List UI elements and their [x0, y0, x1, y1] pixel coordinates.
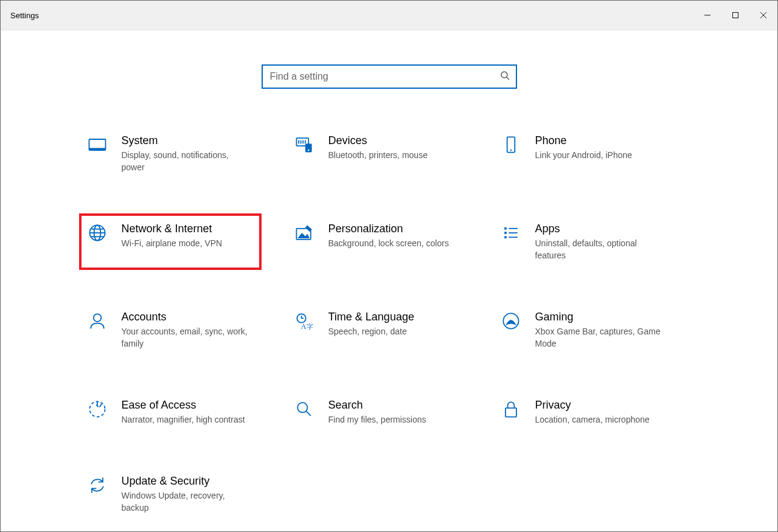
search-icon [500, 71, 510, 83]
personalization-icon [293, 222, 315, 244]
titlebar: Settings [1, 1, 777, 30]
category-update-security[interactable]: Update & Security Windows Update, recove… [79, 466, 262, 522]
category-desc: Uninstall, defaults, optional features [535, 237, 668, 262]
category-title: Personalization [328, 222, 461, 236]
svg-rect-24 [504, 232, 507, 234]
category-desc: Windows Update, recovery, backup [122, 489, 254, 514]
category-title: Update & Security [122, 474, 254, 488]
svg-rect-7 [89, 148, 105, 150]
svg-point-14 [307, 150, 309, 151]
category-title: Devices [328, 134, 461, 148]
category-ease-of-access[interactable]: Ease of Access Narrator, magnifier, high… [79, 390, 262, 434]
category-title: Time & Language [328, 310, 461, 324]
category-desc: Bluetooth, printers, mouse [328, 149, 461, 161]
category-privacy[interactable]: Privacy Location, camera, microphone [493, 390, 675, 434]
svg-text:字: 字 [306, 323, 313, 330]
accounts-icon [86, 310, 108, 332]
category-network-internet[interactable]: Network & Internet Wi-Fi, airplane mode,… [79, 213, 262, 270]
category-title: Apps [535, 222, 668, 236]
category-title: Ease of Access [122, 398, 254, 412]
ease-of-access-icon [86, 398, 108, 420]
categories-grid: System Display, sound, notifications, po… [79, 125, 700, 531]
close-icon [760, 12, 767, 19]
category-desc: Speech, region, date [328, 325, 461, 337]
window-controls [693, 1, 777, 30]
svg-rect-39 [505, 408, 516, 416]
system-icon [86, 134, 108, 156]
gaming-icon [500, 310, 522, 332]
svg-point-37 [297, 402, 307, 412]
category-desc: Your accounts, email, sync, work, family [122, 325, 254, 350]
minimize-icon [704, 12, 711, 19]
category-desc: Background, lock screen, colors [328, 237, 461, 249]
lock-icon [500, 398, 522, 420]
category-desc: Xbox Game Bar, captures, Game Mode [535, 325, 668, 350]
settings-window: Settings [0, 0, 778, 532]
devices-icon [293, 134, 315, 156]
category-system[interactable]: System Display, sound, notifications, po… [79, 125, 262, 182]
maximize-button[interactable] [721, 5, 749, 25]
magnifier-icon [293, 398, 315, 420]
svg-point-16 [510, 150, 512, 151]
svg-point-29 [93, 314, 101, 322]
category-desc: Wi-Fi, airplane mode, VPN [122, 237, 254, 249]
category-title: Search [328, 398, 461, 412]
minimize-button[interactable] [693, 5, 721, 25]
svg-line-38 [306, 412, 310, 416]
svg-point-4 [501, 72, 507, 78]
phone-icon [500, 134, 522, 156]
svg-rect-25 [504, 236, 507, 238]
svg-text:A: A [300, 322, 306, 331]
category-devices[interactable]: Devices Bluetooth, printers, mouse [286, 125, 468, 182]
search-box[interactable] [262, 64, 517, 89]
category-title: Network & Internet [122, 222, 254, 236]
category-desc: Location, camera, microphone [535, 413, 668, 426]
content-area: System Display, sound, notifications, po… [1, 30, 777, 531]
svg-rect-1 [733, 13, 738, 18]
svg-line-5 [507, 77, 509, 80]
search-wrap [262, 64, 517, 89]
category-time-language[interactable]: A字 Time & Language Speech, region, date [286, 302, 468, 358]
apps-icon [500, 222, 522, 244]
category-accounts[interactable]: Accounts Your accounts, email, sync, wor… [79, 302, 262, 358]
time-language-icon: A字 [293, 310, 315, 332]
category-title: Privacy [535, 398, 668, 412]
category-desc: Link your Android, iPhone [535, 149, 668, 161]
category-title: Phone [535, 134, 668, 148]
category-phone[interactable]: Phone Link your Android, iPhone [493, 125, 675, 182]
category-desc: Display, sound, notifications, power [122, 149, 254, 174]
globe-icon [86, 222, 108, 244]
category-gaming[interactable]: Gaming Xbox Game Bar, captures, Game Mod… [493, 302, 675, 358]
svg-rect-13 [305, 143, 311, 152]
update-icon [86, 474, 108, 496]
category-title: Gaming [535, 310, 668, 324]
category-apps[interactable]: Apps Uninstall, defaults, optional featu… [493, 213, 675, 270]
close-button[interactable] [749, 5, 777, 25]
category-personalization[interactable]: Personalization Background, lock screen,… [286, 213, 468, 270]
maximize-icon [732, 12, 739, 19]
category-title: Accounts [122, 310, 254, 324]
window-title: Settings [1, 11, 39, 20]
category-desc: Find my files, permissions [328, 413, 461, 426]
category-desc: Narrator, magnifier, high contrast [122, 413, 254, 426]
search-input[interactable] [269, 71, 500, 83]
category-search[interactable]: Search Find my files, permissions [286, 390, 468, 434]
category-title: System [122, 134, 254, 148]
svg-rect-23 [504, 227, 507, 230]
